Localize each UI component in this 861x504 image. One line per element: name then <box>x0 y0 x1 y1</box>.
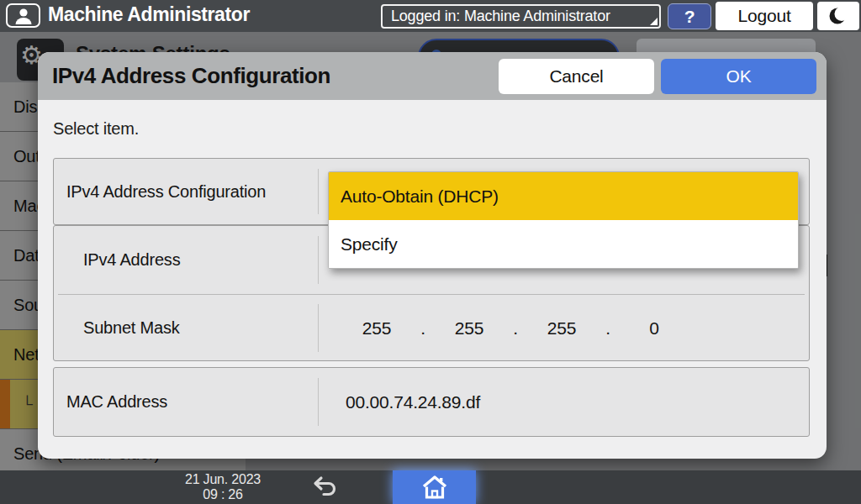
column-divider <box>318 236 319 284</box>
sleep-mode-button[interactable] <box>817 2 859 30</box>
logout-button[interactable]: Logout <box>716 2 813 30</box>
dialog-title: IPv4 Address Configuration <box>52 63 499 89</box>
login-status-dropdown[interactable]: Logged in: Machine Administrator <box>381 4 661 29</box>
row-label: IPv4 Address <box>83 226 180 294</box>
dialog-header: IPv4 Address Configuration Cancel OK <box>38 52 827 100</box>
logged-in-user-title: Machine Administrator <box>48 3 250 26</box>
row-label: Subnet Mask <box>83 294 180 362</box>
home-button[interactable] <box>393 470 476 504</box>
date-time-display: 21 Jun. 2023 09 : 26 <box>168 472 277 502</box>
dialog-instruction: Select item. <box>53 119 139 139</box>
row-subnet-mask[interactable]: Subnet Mask 255 . 255 . 255 . 0 <box>54 294 809 362</box>
help-button[interactable]: ? <box>668 3 711 29</box>
user-icon <box>6 3 40 28</box>
ok-button[interactable]: OK <box>661 59 816 94</box>
row-label: MAC Address <box>66 368 167 436</box>
dropdown-option-auto-obtain-dhcp[interactable]: Auto-Obtain (DHCP) <box>329 172 798 220</box>
date-text: 21 Jun. 2023 <box>168 472 277 487</box>
bottom-system-bar: 21 Jun. 2023 09 : 26 <box>0 470 861 504</box>
corner-triangle-icon <box>650 18 658 25</box>
column-divider <box>318 169 319 214</box>
back-button[interactable] <box>304 472 345 502</box>
column-divider <box>318 304 319 352</box>
cancel-button[interactable]: Cancel <box>499 59 654 94</box>
time-text: 09 : 26 <box>168 487 277 502</box>
top-status-bar: Machine Administrator Logged in: Machine… <box>0 0 861 32</box>
home-icon <box>421 475 448 500</box>
ipv4-configuration-dropdown-list: Auto-Obtain (DHCP) Specify <box>328 171 799 269</box>
subnet-mask-value: 255 . 255 . 255 . 0 <box>358 294 673 362</box>
dropdown-option-specify[interactable]: Specify <box>329 220 798 268</box>
crescent-moon-icon <box>828 5 848 27</box>
mac-address-value: 00.00.74.24.89.df <box>346 368 480 436</box>
undo-arrow-icon <box>310 475 339 499</box>
row-label: IPv4 Address Configuration <box>66 159 266 224</box>
row-mac-address: MAC Address 00.00.74.24.89.df <box>53 367 810 437</box>
column-divider <box>318 378 319 426</box>
device-screen: ⚙ ⚙ System Settings Disp Out Mac Dat Sou… <box>0 0 861 504</box>
